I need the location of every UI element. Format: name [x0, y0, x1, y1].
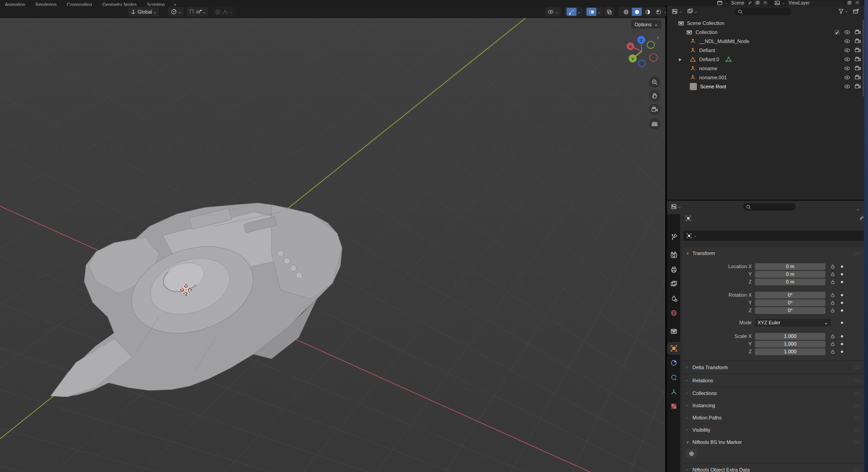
- disable-render-toggle[interactable]: [854, 74, 861, 81]
- value-field[interactable]: 0°: [755, 307, 825, 314]
- pan-button[interactable]: [649, 90, 660, 101]
- eye-icon[interactable]: [844, 65, 850, 72]
- shading-rendered-button[interactable]: [653, 8, 663, 16]
- lock-open-icon[interactable]: [830, 300, 835, 305]
- eye-icon[interactable]: [844, 29, 850, 35]
- outliner-row-defiant-0[interactable]: ▶ Defiant:0: [667, 55, 865, 64]
- disable-render-toggle[interactable]: [854, 29, 861, 35]
- value-field[interactable]: 1.000: [755, 341, 825, 347]
- value-field[interactable]: 1.000: [755, 348, 825, 355]
- 3d-viewport[interactable]: Z X Y Options ⌄ ‹: [0, 18, 665, 472]
- workspace-tab-compositing[interactable]: Compositing: [62, 2, 98, 6]
- xray-icon[interactable]: [606, 9, 612, 15]
- proportional-editing-group[interactable]: ⌄: [213, 7, 235, 16]
- disable-render-toggle[interactable]: [854, 65, 861, 72]
- editor-type-icon[interactable]: [672, 8, 678, 14]
- lock-open-icon[interactable]: [830, 279, 835, 284]
- workspace-tab-geometry-nodes[interactable]: Geometry Nodes: [97, 2, 142, 6]
- transform-orientation-dropdown[interactable]: Global⌄: [128, 7, 159, 16]
- camera-icon[interactable]: [854, 74, 861, 81]
- lock-open-icon[interactable]: [830, 308, 835, 313]
- funnel-icon[interactable]: [838, 8, 844, 14]
- eye-icon[interactable]: [844, 83, 850, 90]
- animate-decorator[interactable]: [841, 294, 843, 296]
- overlays-icon[interactable]: [589, 9, 595, 15]
- lock-open-icon[interactable]: [830, 279, 835, 284]
- eye-icon[interactable]: [844, 38, 850, 44]
- snap-settings-dropdown[interactable]: ⌄: [196, 9, 206, 15]
- camera-view-icon[interactable]: [651, 106, 658, 113]
- outliner-scrollbar[interactable]: [863, 19, 864, 96]
- drag-handle-icon[interactable]: ::::: [854, 251, 860, 255]
- remove-view-layer-button[interactable]: ✕: [854, 0, 860, 5]
- value-field[interactable]: 0 m: [755, 279, 825, 285]
- options-button[interactable]: Options ⌄: [631, 20, 661, 29]
- workspace-tab-rendering[interactable]: Rendering: [30, 2, 62, 6]
- pin-icon[interactable]: [748, 0, 753, 5]
- camera-icon[interactable]: [854, 65, 861, 72]
- new-scene-button[interactable]: [754, 0, 761, 5]
- animate-decorator[interactable]: [841, 322, 843, 324]
- value-field[interactable]: 0°: [755, 299, 825, 306]
- outliner-row-noname-001[interactable]: noname.001: [667, 73, 865, 82]
- outliner-filter-type-dropdown[interactable]: ⌄: [687, 8, 697, 14]
- lock-open-icon[interactable]: [830, 333, 835, 339]
- outliner-display-mode-dropdown[interactable]: ⌄: [672, 8, 682, 14]
- object-visibility-dropdown[interactable]: ⌄: [545, 7, 561, 16]
- eye-icon[interactable]: [844, 56, 850, 63]
- lock-open-icon[interactable]: [830, 341, 835, 347]
- disable-render-toggle[interactable]: [854, 38, 861, 44]
- outliner-row-scene-root[interactable]: Scene Root: [667, 82, 865, 91]
- lock-open-icon[interactable]: [830, 271, 835, 277]
- camera-icon[interactable]: [854, 38, 861, 44]
- pivot-point-dropdown[interactable]: ⌄: [168, 7, 184, 16]
- lock-open-icon[interactable]: [830, 341, 835, 347]
- workspace-tab-scripting[interactable]: Scripting: [142, 2, 170, 6]
- value-field[interactable]: 0°: [755, 292, 825, 299]
- expand-icon[interactable]: ▶: [679, 58, 682, 62]
- outliner-filter-dropdown[interactable]: ⌄: [838, 8, 848, 14]
- show-overlays-toggle[interactable]: ⌄: [584, 7, 603, 16]
- panel-header[interactable]: ›Relations ::::: [682, 375, 864, 386]
- lock-open-icon[interactable]: [830, 292, 835, 298]
- view-layer-field[interactable]: ViewLayer: [787, 0, 844, 6]
- zoom-icon[interactable]: [651, 79, 658, 86]
- exclude-checkbox[interactable]: [834, 29, 840, 35]
- unlink-scene-button[interactable]: ✕: [763, 0, 768, 5]
- scene-name-field[interactable]: Scene: [730, 0, 746, 6]
- copy-icon[interactable]: [755, 0, 760, 5]
- disable-render-toggle[interactable]: [854, 56, 861, 63]
- value-field[interactable]: 0 m: [755, 263, 825, 270]
- filter-image-icon[interactable]: [687, 8, 693, 14]
- drag-handle-icon[interactable]: ::::: [854, 467, 860, 472]
- shading-material-button[interactable]: [643, 8, 653, 16]
- animate-decorator[interactable]: [841, 281, 843, 283]
- add-workspace-button[interactable]: +: [170, 2, 180, 6]
- panel-header[interactable]: ›Delta Transform ::::: [682, 361, 864, 373]
- lock-open-icon[interactable]: [830, 264, 835, 269]
- panel-header[interactable]: ›Instancing ::::: [682, 400, 864, 411]
- snap-toggle[interactable]: [189, 9, 195, 15]
- drag-handle-icon[interactable]: ::::: [854, 415, 860, 420]
- workspace-tab-animation[interactable]: Animation: [0, 2, 30, 6]
- outliner-search-input[interactable]: [735, 8, 791, 15]
- panel-header[interactable]: ›Niftools Object Extra Data ::::: [682, 464, 864, 472]
- new-collection-icon[interactable]: [853, 8, 859, 14]
- panel-header[interactable]: ›Visibility ::::: [682, 424, 864, 436]
- hide-eye-toggle[interactable]: [844, 47, 850, 53]
- lock-open-icon[interactable]: [830, 308, 835, 313]
- orthographic-toggle-icon[interactable]: [651, 120, 658, 127]
- material-preview-shading-icon[interactable]: [645, 9, 651, 15]
- lock-open-icon[interactable]: [830, 349, 835, 354]
- value-field[interactable]: 1.000: [755, 333, 825, 340]
- panel-header[interactable]: ›Collections ::::: [682, 387, 864, 399]
- lock-open-icon[interactable]: [830, 300, 835, 305]
- panel-header[interactable]: ∨Niftools BS Inv Marker ::::: [682, 436, 864, 448]
- checkbox-icon[interactable]: [834, 29, 840, 35]
- shading-solid-button[interactable]: [632, 8, 642, 16]
- camera-icon[interactable]: [854, 29, 861, 35]
- shading-wireframe-button[interactable]: [621, 8, 631, 16]
- outliner-row-defiant[interactable]: Defiant: [667, 46, 865, 55]
- drag-handle-icon[interactable]: ::::: [854, 440, 860, 444]
- animate-decorator[interactable]: [841, 265, 843, 268]
